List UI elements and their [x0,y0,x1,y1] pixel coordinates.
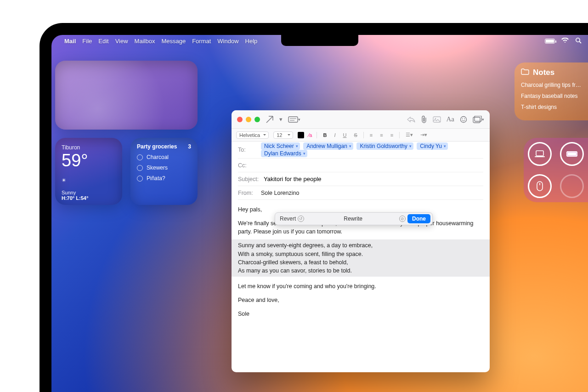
attach-icon[interactable] [421,115,427,124]
weather-location: Tiburon [62,144,116,151]
note-item[interactable]: Fantasy baseball notes [521,93,582,99]
writing-tools-popover: Revert ↺ Rewrite ⊘ Done [275,212,433,225]
indent-icon[interactable]: ⇥▾ [419,132,429,138]
highlight-color-icon[interactable]: ⁄a [309,132,312,138]
reminders-title: Party groceries [137,143,177,150]
wifi-icon[interactable] [561,38,569,45]
svg-line-1 [579,41,581,43]
reply-icon[interactable] [407,116,415,123]
bold-button[interactable]: B [322,132,328,138]
svg-rect-8 [288,117,298,122]
menu-message[interactable]: Message [161,38,186,45]
weather-high-low: H:70° L:54° [62,195,116,201]
menu-format[interactable]: Format [192,38,211,45]
reminder-item[interactable]: Piñata? [137,175,191,182]
app-name[interactable]: Mail [64,38,76,45]
close-button[interactable] [237,117,243,122]
subject-label: Subject: [238,176,264,182]
from-field[interactable]: Sole Lorenzino [261,189,299,197]
svg-rect-16 [473,117,480,123]
emoji-icon[interactable] [460,116,467,123]
keyboard-icon[interactable] [560,142,584,166]
prohibit-icon[interactable]: ⊘ [399,216,406,222]
reminders-widget[interactable]: Party groceries 3 Charcoal Skewers Piñat… [130,138,198,205]
header-fields-icon[interactable]: ▾ [288,116,300,123]
subject-input[interactable] [264,176,483,182]
list-icon[interactable]: ☰▾ [404,132,414,138]
body-signoff: Peace and love, [238,296,483,304]
svg-point-13 [461,116,467,122]
recipient-chip[interactable]: Cindy Yu [417,142,448,150]
mouse-icon[interactable] [528,174,552,198]
send-icon[interactable] [266,115,274,124]
empty-device-slot [560,174,584,198]
note-item[interactable]: Charcoal grilling tips from Sh [521,82,582,88]
svg-rect-17 [475,116,481,121]
weather-condition: Sunny [62,190,116,195]
svg-rect-3 [535,156,545,157]
revert-icon: ↺ [298,216,304,222]
recipient-chip[interactable]: Andrew Mulligan [303,142,353,150]
to-label: To: [238,147,261,153]
revert-button[interactable]: Revert ↺ [275,213,309,225]
svg-point-14 [462,118,463,119]
align-right-icon[interactable]: ≡ [389,132,395,138]
zoom-button[interactable] [254,117,260,122]
menu-help[interactable]: Help [245,38,258,45]
media-browser-icon[interactable]: ▾ [473,116,484,123]
minimize-button[interactable] [246,117,251,122]
text-color-swatch[interactable] [298,132,304,138]
recipient-chip[interactable]: Dylan Edwards [261,150,307,157]
radio-icon [137,165,143,171]
menu-file[interactable]: File [82,38,92,45]
reminder-item[interactable]: Charcoal [137,154,191,160]
photo-icon[interactable] [433,116,441,123]
svg-point-0 [576,38,580,41]
menu-edit[interactable]: Edit [98,38,108,45]
folder-icon [521,68,529,77]
photos-widget[interactable] [55,61,198,130]
menu-window[interactable]: Window [217,38,238,45]
body-rsvp: Let me know if you're coming and who you… [238,282,483,290]
reminders-count: 3 [188,143,191,150]
chevron-down-icon[interactable]: ▾ [279,116,283,123]
radio-icon [137,154,143,160]
format-bar: Helvetica 12 ⁄a B I U S ≡ ≡ ≡ ☰▾ ⇥▾ [232,129,490,142]
menu-mailbox[interactable]: Mailbox [135,38,155,45]
underline-button[interactable]: U [341,132,348,138]
menu-view[interactable]: View [115,38,128,45]
spotlight-icon[interactable] [575,37,582,45]
align-left-icon[interactable]: ≡ [368,132,374,138]
reminder-item[interactable]: Skewers [137,165,191,171]
done-button[interactable]: Done [407,214,430,223]
devices-widget[interactable] [524,138,588,202]
weather-widget[interactable]: Tiburon 59° ☀︎ Sunny H:70° L:54° [55,138,122,205]
display-notch [281,35,358,46]
font-size-select[interactable]: 12 [273,131,293,139]
rewrite-title: Rewrite [309,216,397,222]
svg-point-15 [464,118,465,119]
font-family-select[interactable]: Helvetica [236,131,269,139]
svg-point-12 [435,118,436,119]
italic-button[interactable]: I [333,132,337,138]
svg-rect-2 [536,151,543,156]
window-toolbar: ▾ ▾ Aa ▾ [232,110,490,129]
radio-icon [137,176,143,182]
weather-temp: 59° [62,152,116,169]
recipient-chip[interactable]: Nick Scheer [261,142,300,150]
note-item[interactable]: T-shirt designs [521,104,582,110]
cc-label: Cc: [238,162,261,169]
notes-title: Notes [533,68,554,77]
align-center-icon[interactable]: ≡ [379,132,384,138]
battery-icon[interactable] [545,39,555,44]
laptop-icon[interactable] [528,142,552,166]
body-name: Sole [238,310,483,318]
strike-button[interactable]: S [352,132,358,138]
notes-widget[interactable]: Notes Charcoal grilling tips from Sh Fan… [514,62,588,120]
mail-compose-window: ▾ ▾ Aa ▾ [232,110,490,372]
format-icon[interactable]: Aa [447,115,455,123]
recipient-chip[interactable]: Kristin Goldsworthy [356,142,413,150]
rewritten-selection: Sunny and seventy-eight degrees, a day t… [232,239,490,277]
to-field[interactable]: Nick Scheer Andrew Mulligan Kristin Gold… [261,142,483,158]
from-label: From: [238,190,261,196]
